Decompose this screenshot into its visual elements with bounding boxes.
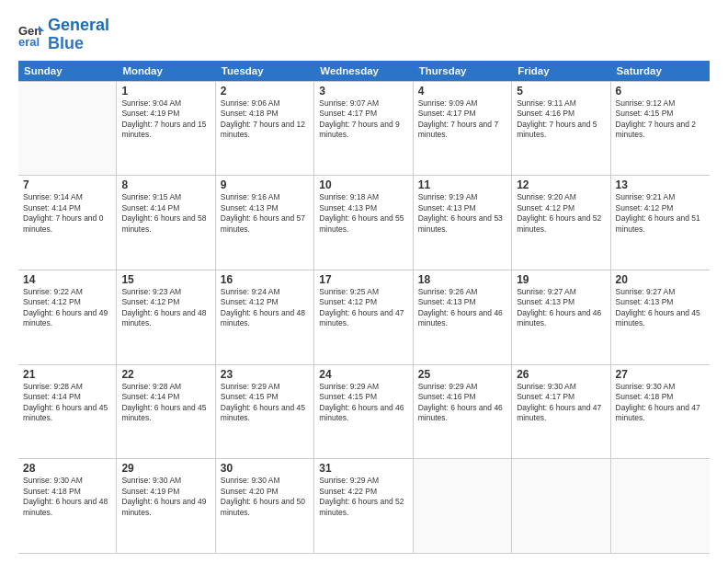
day-number: 26 bbox=[517, 368, 605, 381]
calendar-day-30: 30Sunrise: 9:30 AMSunset: 4:20 PMDayligh… bbox=[216, 459, 314, 553]
calendar-week-2: 7Sunrise: 9:14 AMSunset: 4:14 PMDaylight… bbox=[18, 176, 710, 270]
day-number: 24 bbox=[319, 368, 407, 381]
day-info: Sunrise: 9:28 AMSunset: 4:14 PMDaylight:… bbox=[23, 382, 111, 424]
day-info: Sunrise: 9:24 AMSunset: 4:12 PMDaylight:… bbox=[221, 287, 309, 329]
header-day-wednesday: Wednesday bbox=[314, 61, 413, 81]
day-number: 1 bbox=[121, 85, 210, 98]
day-info: Sunrise: 9:22 AMSunset: 4:12 PMDaylight:… bbox=[23, 287, 111, 329]
day-info: Sunrise: 9:30 AMSunset: 4:18 PMDaylight:… bbox=[23, 476, 111, 518]
calendar-day-24: 24Sunrise: 9:29 AMSunset: 4:15 PMDayligh… bbox=[314, 365, 413, 459]
calendar-day-18: 18Sunrise: 9:26 AMSunset: 4:13 PMDayligh… bbox=[414, 270, 512, 364]
svg-text:eral: eral bbox=[18, 35, 40, 48]
calendar-day-29: 29Sunrise: 9:30 AMSunset: 4:19 PMDayligh… bbox=[117, 459, 215, 553]
calendar-day-31: 31Sunrise: 9:29 AMSunset: 4:22 PMDayligh… bbox=[314, 459, 413, 553]
day-info: Sunrise: 9:29 AMSunset: 4:15 PMDaylight:… bbox=[221, 382, 309, 424]
day-number: 10 bbox=[319, 178, 407, 191]
day-info: Sunrise: 9:04 AMSunset: 4:19 PMDaylight:… bbox=[121, 98, 210, 141]
day-info: Sunrise: 9:29 AMSunset: 4:16 PMDaylight:… bbox=[418, 382, 506, 424]
day-info: Sunrise: 9:14 AMSunset: 4:14 PMDaylight:… bbox=[23, 192, 111, 235]
calendar-day-21: 21Sunrise: 9:28 AMSunset: 4:14 PMDayligh… bbox=[18, 365, 117, 459]
day-number: 14 bbox=[23, 273, 111, 286]
calendar-day-20: 20Sunrise: 9:27 AMSunset: 4:13 PMDayligh… bbox=[611, 270, 710, 364]
calendar-week-5: 28Sunrise: 9:30 AMSunset: 4:18 PMDayligh… bbox=[18, 459, 710, 554]
day-info: Sunrise: 9:27 AMSunset: 4:13 PMDaylight:… bbox=[517, 287, 605, 329]
logo: Gen eral General Blue bbox=[18, 17, 109, 53]
day-number: 30 bbox=[221, 462, 309, 475]
day-number: 2 bbox=[221, 85, 309, 98]
day-number: 11 bbox=[418, 178, 506, 191]
day-info: Sunrise: 9:29 AMSunset: 4:15 PMDaylight:… bbox=[319, 382, 407, 424]
calendar-day-19: 19Sunrise: 9:27 AMSunset: 4:13 PMDayligh… bbox=[512, 270, 610, 364]
day-info: Sunrise: 9:15 AMSunset: 4:14 PMDaylight:… bbox=[121, 192, 210, 235]
day-number: 18 bbox=[418, 273, 506, 286]
day-number: 7 bbox=[23, 178, 111, 191]
day-info: Sunrise: 9:09 AMSunset: 4:17 PMDaylight:… bbox=[418, 98, 506, 141]
day-info: Sunrise: 9:29 AMSunset: 4:22 PMDaylight:… bbox=[319, 476, 407, 518]
calendar: SundayMondayTuesdayWednesdayThursdayFrid… bbox=[18, 61, 710, 554]
calendar-day-12: 12Sunrise: 9:20 AMSunset: 4:12 PMDayligh… bbox=[512, 176, 610, 270]
calendar-day-8: 8Sunrise: 9:15 AMSunset: 4:14 PMDaylight… bbox=[117, 176, 215, 270]
calendar-day-27: 27Sunrise: 9:30 AMSunset: 4:18 PMDayligh… bbox=[611, 365, 710, 459]
day-number: 27 bbox=[616, 368, 705, 381]
day-info: Sunrise: 9:11 AMSunset: 4:16 PMDaylight:… bbox=[517, 98, 605, 141]
day-info: Sunrise: 9:20 AMSunset: 4:12 PMDaylight:… bbox=[517, 192, 605, 235]
header-day-saturday: Saturday bbox=[611, 61, 710, 81]
day-number: 31 bbox=[319, 462, 407, 475]
day-info: Sunrise: 9:21 AMSunset: 4:12 PMDaylight:… bbox=[616, 192, 705, 235]
day-number: 15 bbox=[121, 273, 210, 286]
header-day-monday: Monday bbox=[117, 61, 215, 81]
day-number: 21 bbox=[23, 368, 111, 381]
day-number: 22 bbox=[121, 368, 210, 381]
day-number: 20 bbox=[616, 273, 705, 286]
header-day-thursday: Thursday bbox=[414, 61, 512, 81]
day-number: 19 bbox=[517, 273, 605, 286]
logo-icon: Gen eral bbox=[18, 22, 44, 48]
calendar-day-empty bbox=[18, 82, 117, 176]
calendar-day-16: 16Sunrise: 9:24 AMSunset: 4:12 PMDayligh… bbox=[216, 270, 314, 364]
day-number: 29 bbox=[121, 462, 210, 475]
day-number: 5 bbox=[517, 85, 605, 98]
day-number: 13 bbox=[616, 178, 705, 191]
day-number: 3 bbox=[319, 85, 407, 98]
day-number: 23 bbox=[221, 368, 309, 381]
calendar-day-9: 9Sunrise: 9:16 AMSunset: 4:13 PMDaylight… bbox=[216, 176, 314, 270]
calendar-week-1: 1Sunrise: 9:04 AMSunset: 4:19 PMDaylight… bbox=[18, 81, 710, 177]
day-info: Sunrise: 9:27 AMSunset: 4:13 PMDaylight:… bbox=[616, 287, 705, 329]
calendar-day-23: 23Sunrise: 9:29 AMSunset: 4:15 PMDayligh… bbox=[216, 365, 314, 459]
calendar-header: SundayMondayTuesdayWednesdayThursdayFrid… bbox=[18, 61, 710, 81]
day-number: 6 bbox=[616, 85, 705, 98]
day-number: 8 bbox=[121, 178, 210, 191]
day-number: 17 bbox=[319, 273, 407, 286]
day-number: 16 bbox=[221, 273, 309, 286]
calendar-day-1: 1Sunrise: 9:04 AMSunset: 4:19 PMDaylight… bbox=[117, 82, 215, 176]
day-info: Sunrise: 9:26 AMSunset: 4:13 PMDaylight:… bbox=[418, 287, 506, 329]
header-day-sunday: Sunday bbox=[18, 61, 117, 81]
calendar-week-4: 21Sunrise: 9:28 AMSunset: 4:14 PMDayligh… bbox=[18, 365, 710, 460]
day-info: Sunrise: 9:07 AMSunset: 4:17 PMDaylight:… bbox=[319, 98, 407, 141]
logo-text-line1: General bbox=[48, 17, 109, 35]
calendar-day-empty bbox=[611, 459, 710, 553]
calendar-day-empty bbox=[414, 459, 512, 553]
calendar-day-26: 26Sunrise: 9:30 AMSunset: 4:17 PMDayligh… bbox=[512, 365, 610, 459]
day-info: Sunrise: 9:25 AMSunset: 4:12 PMDaylight:… bbox=[319, 287, 407, 329]
day-info: Sunrise: 9:28 AMSunset: 4:14 PMDaylight:… bbox=[121, 382, 210, 424]
day-info: Sunrise: 9:12 AMSunset: 4:15 PMDaylight:… bbox=[616, 98, 705, 141]
header-day-tuesday: Tuesday bbox=[216, 61, 314, 81]
day-number: 9 bbox=[221, 178, 309, 191]
day-info: Sunrise: 9:19 AMSunset: 4:13 PMDaylight:… bbox=[418, 192, 506, 235]
calendar-day-28: 28Sunrise: 9:30 AMSunset: 4:18 PMDayligh… bbox=[18, 459, 117, 553]
calendar-day-5: 5Sunrise: 9:11 AMSunset: 4:16 PMDaylight… bbox=[512, 82, 610, 176]
calendar-day-7: 7Sunrise: 9:14 AMSunset: 4:14 PMDaylight… bbox=[18, 176, 117, 270]
day-info: Sunrise: 9:30 AMSunset: 4:17 PMDaylight:… bbox=[517, 382, 605, 424]
day-info: Sunrise: 9:30 AMSunset: 4:18 PMDaylight:… bbox=[616, 382, 705, 424]
calendar-day-17: 17Sunrise: 9:25 AMSunset: 4:12 PMDayligh… bbox=[314, 270, 413, 364]
calendar-day-2: 2Sunrise: 9:06 AMSunset: 4:18 PMDaylight… bbox=[216, 82, 314, 176]
day-info: Sunrise: 9:18 AMSunset: 4:13 PMDaylight:… bbox=[319, 192, 407, 235]
day-number: 28 bbox=[23, 462, 111, 475]
day-info: Sunrise: 9:23 AMSunset: 4:12 PMDaylight:… bbox=[121, 287, 210, 329]
calendar-day-13: 13Sunrise: 9:21 AMSunset: 4:12 PMDayligh… bbox=[611, 176, 710, 270]
calendar-day-15: 15Sunrise: 9:23 AMSunset: 4:12 PMDayligh… bbox=[117, 270, 215, 364]
day-info: Sunrise: 9:30 AMSunset: 4:19 PMDaylight:… bbox=[121, 476, 210, 518]
day-number: 4 bbox=[418, 85, 506, 98]
calendar-day-4: 4Sunrise: 9:09 AMSunset: 4:17 PMDaylight… bbox=[414, 82, 512, 176]
